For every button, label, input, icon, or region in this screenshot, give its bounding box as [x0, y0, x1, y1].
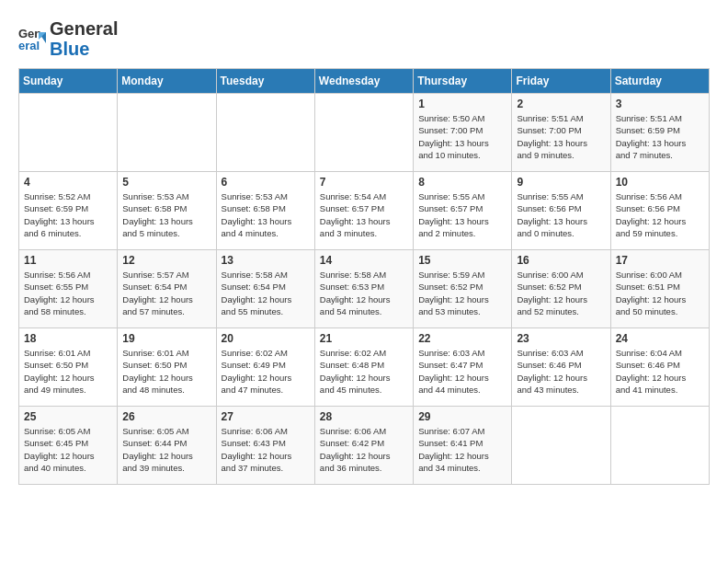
- calendar-cell: 8Sunrise: 5:55 AM Sunset: 6:57 PM Daylig…: [414, 172, 512, 250]
- calendar-cell: 3Sunrise: 5:51 AM Sunset: 6:59 PM Daylig…: [610, 94, 709, 172]
- day-number: 25: [24, 410, 112, 423]
- calendar-cell: 23Sunrise: 6:03 AM Sunset: 6:46 PM Dayli…: [512, 328, 610, 407]
- calendar-cell: [314, 94, 413, 172]
- calendar-cell: 29Sunrise: 6:07 AM Sunset: 6:41 PM Dayli…: [414, 407, 512, 485]
- week-row-0: 1Sunrise: 5:50 AM Sunset: 7:00 PM Daylig…: [19, 94, 710, 172]
- day-number: 9: [517, 176, 605, 189]
- day-number: 2: [517, 98, 605, 110]
- day-info: Sunrise: 5:54 AM Sunset: 6:57 PM Dayligh…: [320, 190, 408, 239]
- calendar-cell: 2Sunrise: 5:51 AM Sunset: 7:00 PM Daylig…: [512, 94, 610, 172]
- day-number: 6: [222, 176, 310, 189]
- day-info: Sunrise: 5:51 AM Sunset: 6:59 PM Dayligh…: [616, 112, 704, 161]
- calendar-cell: [118, 94, 216, 172]
- day-number: 21: [320, 332, 408, 345]
- calendar-cell: 10Sunrise: 5:56 AM Sunset: 6:56 PM Dayli…: [610, 172, 709, 250]
- day-number: 8: [418, 176, 506, 189]
- calendar-cell: 1Sunrise: 5:50 AM Sunset: 7:00 PM Daylig…: [414, 94, 512, 172]
- logo: Gen eral GeneralBlue: [18, 18, 118, 59]
- calendar-cell: 4Sunrise: 5:52 AM Sunset: 6:59 PM Daylig…: [19, 172, 118, 250]
- day-info: Sunrise: 6:05 AM Sunset: 6:44 PM Dayligh…: [122, 425, 210, 474]
- calendar-cell: [512, 407, 610, 485]
- day-info: Sunrise: 5:52 AM Sunset: 6:59 PM Dayligh…: [24, 190, 112, 239]
- day-info: Sunrise: 6:02 AM Sunset: 6:48 PM Dayligh…: [320, 347, 408, 396]
- col-header-sunday: Sunday: [19, 69, 118, 94]
- day-number: 12: [122, 254, 210, 267]
- day-number: 13: [222, 254, 310, 267]
- calendar-cell: 26Sunrise: 6:05 AM Sunset: 6:44 PM Dayli…: [118, 407, 216, 485]
- day-info: Sunrise: 6:06 AM Sunset: 6:42 PM Dayligh…: [320, 425, 408, 474]
- day-info: Sunrise: 6:05 AM Sunset: 6:45 PM Dayligh…: [24, 425, 112, 474]
- week-row-4: 25Sunrise: 6:05 AM Sunset: 6:45 PM Dayli…: [19, 407, 710, 485]
- calendar-cell: 20Sunrise: 6:02 AM Sunset: 6:49 PM Dayli…: [216, 328, 314, 407]
- day-number: 19: [122, 332, 210, 345]
- calendar-cell: 27Sunrise: 6:06 AM Sunset: 6:43 PM Dayli…: [216, 407, 314, 485]
- calendar-cell: 22Sunrise: 6:03 AM Sunset: 6:47 PM Dayli…: [414, 328, 512, 407]
- day-number: 5: [122, 176, 210, 189]
- calendar-cell: [216, 94, 314, 172]
- day-info: Sunrise: 5:53 AM Sunset: 6:58 PM Dayligh…: [122, 190, 210, 239]
- header-row: SundayMondayTuesdayWednesdayThursdayFrid…: [19, 69, 710, 94]
- calendar-cell: 25Sunrise: 6:05 AM Sunset: 6:45 PM Dayli…: [19, 407, 118, 485]
- day-number: 26: [122, 410, 210, 423]
- page-header: Gen eral GeneralBlue: [18, 18, 710, 59]
- calendar-cell: [19, 94, 118, 172]
- day-number: 3: [616, 98, 704, 110]
- logo-text: GeneralBlue: [50, 18, 118, 59]
- svg-text:eral: eral: [18, 39, 40, 52]
- calendar-cell: 17Sunrise: 6:00 AM Sunset: 6:51 PM Dayli…: [610, 250, 709, 328]
- day-number: 20: [222, 332, 310, 345]
- calendar-cell: 28Sunrise: 6:06 AM Sunset: 6:42 PM Dayli…: [314, 407, 413, 485]
- day-info: Sunrise: 5:55 AM Sunset: 6:57 PM Dayligh…: [418, 190, 506, 239]
- day-info: Sunrise: 6:07 AM Sunset: 6:41 PM Dayligh…: [418, 425, 506, 474]
- day-info: Sunrise: 5:59 AM Sunset: 6:52 PM Dayligh…: [418, 269, 506, 317]
- day-info: Sunrise: 6:02 AM Sunset: 6:49 PM Dayligh…: [222, 347, 310, 396]
- day-info: Sunrise: 5:53 AM Sunset: 6:58 PM Dayligh…: [222, 190, 310, 239]
- day-info: Sunrise: 5:56 AM Sunset: 6:55 PM Dayligh…: [24, 269, 112, 317]
- col-header-tuesday: Tuesday: [216, 69, 314, 94]
- calendar-cell: 11Sunrise: 5:56 AM Sunset: 6:55 PM Dayli…: [19, 250, 118, 328]
- day-number: 15: [418, 254, 506, 267]
- col-header-friday: Friday: [512, 69, 610, 94]
- week-row-2: 11Sunrise: 5:56 AM Sunset: 6:55 PM Dayli…: [19, 250, 710, 328]
- day-info: Sunrise: 5:58 AM Sunset: 6:53 PM Dayligh…: [320, 269, 408, 317]
- day-number: 16: [517, 254, 605, 267]
- day-number: 10: [616, 176, 704, 189]
- day-info: Sunrise: 6:01 AM Sunset: 6:50 PM Dayligh…: [122, 347, 210, 396]
- day-info: Sunrise: 6:03 AM Sunset: 6:47 PM Dayligh…: [418, 347, 506, 396]
- day-number: 28: [320, 410, 408, 423]
- day-number: 23: [517, 332, 605, 345]
- week-row-3: 18Sunrise: 6:01 AM Sunset: 6:50 PM Dayli…: [19, 328, 710, 407]
- calendar-cell: 21Sunrise: 6:02 AM Sunset: 6:48 PM Dayli…: [314, 328, 413, 407]
- calendar-cell: 5Sunrise: 5:53 AM Sunset: 6:58 PM Daylig…: [118, 172, 216, 250]
- day-info: Sunrise: 5:50 AM Sunset: 7:00 PM Dayligh…: [418, 112, 506, 161]
- day-number: 22: [418, 332, 506, 345]
- col-header-thursday: Thursday: [414, 69, 512, 94]
- calendar-cell: 13Sunrise: 5:58 AM Sunset: 6:54 PM Dayli…: [216, 250, 314, 328]
- day-number: 29: [418, 410, 506, 423]
- day-info: Sunrise: 6:01 AM Sunset: 6:50 PM Dayligh…: [24, 347, 112, 396]
- day-info: Sunrise: 5:57 AM Sunset: 6:54 PM Dayligh…: [122, 269, 210, 317]
- calendar-cell: [610, 407, 709, 485]
- calendar-cell: 6Sunrise: 5:53 AM Sunset: 6:58 PM Daylig…: [216, 172, 314, 250]
- col-header-saturday: Saturday: [610, 69, 709, 94]
- day-number: 4: [24, 176, 112, 189]
- calendar-cell: 14Sunrise: 5:58 AM Sunset: 6:53 PM Dayli…: [314, 250, 413, 328]
- calendar-cell: 12Sunrise: 5:57 AM Sunset: 6:54 PM Dayli…: [118, 250, 216, 328]
- calendar-cell: 18Sunrise: 6:01 AM Sunset: 6:50 PM Dayli…: [19, 328, 118, 407]
- calendar-cell: 19Sunrise: 6:01 AM Sunset: 6:50 PM Dayli…: [118, 328, 216, 407]
- day-number: 17: [616, 254, 704, 267]
- day-info: Sunrise: 6:00 AM Sunset: 6:52 PM Dayligh…: [517, 269, 605, 317]
- col-header-wednesday: Wednesday: [314, 69, 413, 94]
- logo-blue: Blue: [50, 39, 89, 59]
- day-info: Sunrise: 5:56 AM Sunset: 6:56 PM Dayligh…: [616, 190, 704, 239]
- day-number: 18: [24, 332, 112, 345]
- calendar-cell: 15Sunrise: 5:59 AM Sunset: 6:52 PM Dayli…: [414, 250, 512, 328]
- day-info: Sunrise: 5:51 AM Sunset: 7:00 PM Dayligh…: [517, 112, 605, 161]
- calendar-cell: 16Sunrise: 6:00 AM Sunset: 6:52 PM Dayli…: [512, 250, 610, 328]
- day-number: 27: [222, 410, 310, 423]
- day-number: 11: [24, 254, 112, 267]
- calendar-cell: 9Sunrise: 5:55 AM Sunset: 6:56 PM Daylig…: [512, 172, 610, 250]
- day-info: Sunrise: 6:04 AM Sunset: 6:46 PM Dayligh…: [616, 347, 704, 396]
- calendar-cell: 24Sunrise: 6:04 AM Sunset: 6:46 PM Dayli…: [610, 328, 709, 407]
- week-row-1: 4Sunrise: 5:52 AM Sunset: 6:59 PM Daylig…: [19, 172, 710, 250]
